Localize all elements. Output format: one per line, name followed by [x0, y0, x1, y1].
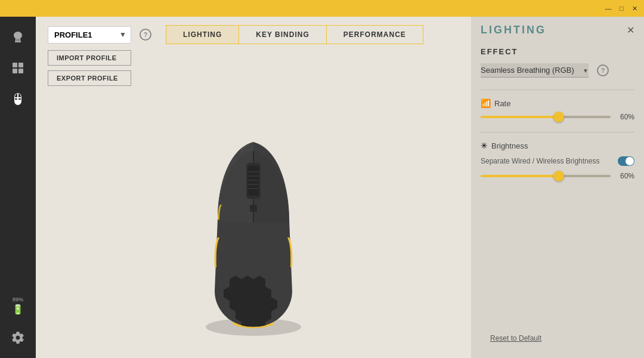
battery-percent: 89%: [13, 297, 23, 303]
profile-buttons: IMPORT PROFILE EXPORT PROFILE: [36, 50, 471, 93]
profile-select-wrapper: PROFILE1 ▼: [48, 26, 131, 44]
right-panel-title: LIGHTING: [481, 24, 546, 36]
export-profile-button[interactable]: EXPORT PROFILE: [48, 70, 131, 86]
toggle-thumb: [626, 157, 634, 165]
sidebar-item-settings[interactable]: [5, 325, 31, 351]
sidebar-item-grid[interactable]: [5, 55, 31, 81]
svg-rect-0: [13, 63, 17, 67]
effect-row: Seamless Breathing (RGB) Static Breathin…: [481, 63, 634, 78]
minimize-button[interactable]: —: [603, 4, 613, 13]
main-content: PROFILE1 ▼ ? LIGHTING KEY BINDING PERFOR…: [36, 17, 471, 358]
separate-brightness-row: Separate Wired / Wireless Brightness: [481, 156, 634, 166]
rate-slider-track[interactable]: [481, 116, 611, 118]
rate-label: Rate: [494, 99, 510, 108]
right-panel-footer: Reset to Default: [471, 321, 644, 358]
app-container: 89% 🔋 PROFILE1 ▼ ? LIGHTING KEY BINDING …: [0, 17, 644, 358]
brightness-slider-value: 60%: [617, 172, 634, 180]
sidebar-item-mouse[interactable]: [5, 86, 31, 112]
rate-slider-value: 60%: [617, 113, 634, 121]
brightness-slider-fill: [481, 175, 559, 177]
brightness-header: ✳ Brightness: [481, 141, 634, 150]
right-panel-header: LIGHTING ✕: [471, 17, 644, 41]
rate-label-row: 📶 Rate: [481, 98, 634, 108]
tab-performance[interactable]: PERFORMANCE: [327, 25, 423, 44]
effect-section-label: EFFECT: [481, 47, 634, 56]
battery-icon: 🔋: [12, 304, 24, 315]
import-profile-button[interactable]: IMPORT PROFILE: [48, 50, 131, 66]
brightness-icon: ✳: [481, 141, 488, 150]
toolbar: PROFILE1 ▼ ? LIGHTING KEY BINDING PERFOR…: [36, 17, 471, 50]
mouse-image: [164, 112, 343, 339]
separator-2: [481, 132, 634, 132]
rate-slider-fill: [481, 116, 559, 118]
brightness-section: ✳ Brightness Separate Wired / Wireless B…: [481, 141, 634, 180]
tab-buttons: LIGHTING KEY BINDING PERFORMANCE: [166, 25, 423, 44]
brightness-slider-thumb[interactable]: [553, 171, 564, 181]
mouse-display: [36, 93, 471, 358]
rate-slider-container: 60%: [481, 113, 634, 121]
rate-slider-thumb[interactable]: [553, 112, 564, 122]
close-window-button[interactable]: ✕: [630, 4, 639, 13]
separate-brightness-toggle[interactable]: [618, 156, 634, 166]
effect-select[interactable]: Seamless Breathing (RGB) Static Breathin…: [481, 63, 589, 78]
brand-logo[interactable]: [5, 24, 31, 50]
profile-select[interactable]: PROFILE1: [48, 26, 131, 44]
rate-icon: 📶: [481, 98, 491, 108]
reset-to-default-link[interactable]: Reset to Default: [481, 327, 634, 350]
separate-brightness-label: Separate Wired / Wireless Brightness: [481, 157, 599, 165]
sidebar: 89% 🔋: [0, 17, 36, 358]
svg-rect-7: [248, 166, 259, 196]
brightness-slider-track[interactable]: [481, 175, 611, 177]
profile-help-button[interactable]: ?: [140, 29, 151, 41]
battery-display: 89% 🔋: [12, 297, 24, 315]
effect-select-wrapper: Seamless Breathing (RGB) Static Breathin…: [481, 63, 589, 78]
rate-slider-section: 📶 Rate 60%: [481, 98, 634, 121]
right-panel: LIGHTING ✕ EFFECT Seamless Breathing (RG…: [471, 17, 644, 358]
window-controls: — □ ✕: [603, 4, 639, 13]
separator-1: [481, 90, 634, 90]
title-bar: — □ ✕: [0, 0, 644, 17]
effect-help-button[interactable]: ?: [597, 64, 609, 76]
svg-rect-13: [250, 205, 257, 212]
close-panel-button[interactable]: ✕: [627, 24, 634, 36]
svg-rect-2: [13, 69, 17, 73]
brightness-slider-container: 60%: [481, 172, 634, 180]
maximize-button[interactable]: □: [617, 4, 626, 13]
right-panel-body: EFFECT Seamless Breathing (RGB) Static B…: [471, 41, 644, 321]
tab-keybinding[interactable]: KEY BINDING: [239, 25, 326, 44]
svg-rect-3: [18, 69, 23, 73]
brightness-label: Brightness: [491, 141, 528, 150]
tab-lighting[interactable]: LIGHTING: [166, 25, 239, 44]
svg-rect-1: [18, 63, 23, 67]
